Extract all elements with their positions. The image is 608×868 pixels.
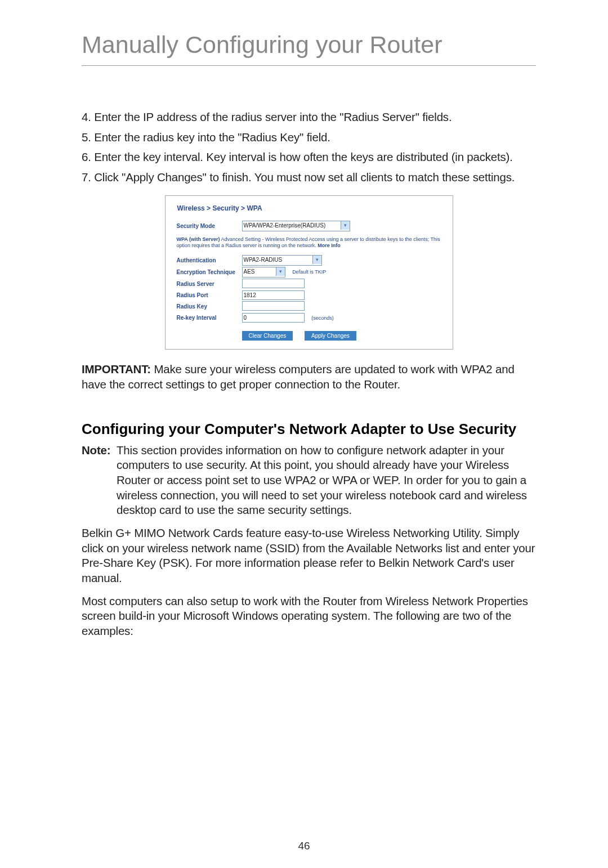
most-computers-paragraph: Most computers can also setup to work wi… bbox=[82, 594, 536, 639]
rekey-interval-label: Re-key Interval bbox=[177, 312, 242, 323]
note-body: This section provides information on how… bbox=[117, 443, 531, 518]
router-ui-panel: Wireless > Security > WPA Security Mode … bbox=[165, 195, 453, 350]
radius-port-label: Radius Port bbox=[177, 290, 242, 301]
encryption-default-note: Default is TKIP bbox=[287, 269, 326, 275]
note-block: Note:This section provides information o… bbox=[82, 443, 536, 518]
wpa-note-bold: WPA (with Server) bbox=[177, 236, 220, 242]
radius-server-label: Radius Server bbox=[177, 278, 242, 290]
authentication-label: Authentication bbox=[177, 254, 242, 266]
chevron-down-icon: ▾ bbox=[276, 267, 285, 276]
encryption-select[interactable]: AES ▾ bbox=[242, 267, 285, 278]
steps-list: 4. Enter the IP address of the radius se… bbox=[82, 110, 536, 185]
breadcrumb: Wireless > Security > WPA bbox=[177, 204, 441, 220]
rekey-interval-input[interactable]: 0 bbox=[242, 313, 305, 323]
document-page: Manually Configuring your Router 4. Ente… bbox=[0, 0, 608, 868]
belkin-paragraph: Belkin G+ MIMO Network Cards feature eas… bbox=[82, 526, 536, 586]
page-title: Manually Configuring your Router bbox=[82, 31, 536, 59]
radius-port-input[interactable]: 1812 bbox=[242, 290, 305, 300]
title-divider bbox=[82, 65, 536, 66]
step-item: 4. Enter the IP address of the radius se… bbox=[82, 110, 536, 125]
encryption-value: AES bbox=[244, 269, 255, 275]
chevron-down-icon: ▾ bbox=[341, 221, 350, 230]
radius-key-input[interactable] bbox=[242, 301, 305, 311]
wpa-server-note: WPA (with Server) Advanced Setting - Wir… bbox=[177, 232, 441, 255]
section-heading: Configuring your Computer's Network Adap… bbox=[82, 420, 536, 439]
encryption-label: Encryption Technique bbox=[177, 266, 242, 278]
important-label: IMPORTANT: bbox=[82, 363, 151, 375]
step-item: 7. Click "Apply Changes" to finish. You … bbox=[82, 170, 536, 185]
radius-key-label: Radius Key bbox=[177, 301, 242, 312]
page-number: 46 bbox=[0, 840, 608, 852]
step-item: 6. Enter the key interval. Key interval … bbox=[82, 150, 536, 165]
authentication-select[interactable]: WPA2-RADIUS ▾ bbox=[242, 255, 322, 266]
step-item: 5. Enter the radius key into the "Radius… bbox=[82, 130, 536, 145]
apply-changes-button[interactable]: Apply Changes bbox=[305, 331, 356, 341]
important-paragraph: IMPORTANT: Make sure your wireless compu… bbox=[82, 362, 536, 392]
note-label: Note: bbox=[82, 443, 117, 458]
radius-server-input[interactable] bbox=[242, 279, 305, 288]
authentication-value: WPA2-RADIUS bbox=[244, 257, 283, 263]
security-mode-select[interactable]: WPA/WPA2-Enterprise(RADIUS) ▾ bbox=[242, 221, 350, 231]
chevron-down-icon: ▾ bbox=[312, 256, 321, 264]
security-mode-label: Security Mode bbox=[177, 220, 242, 232]
security-mode-value: WPA/WPA2-Enterprise(RADIUS) bbox=[244, 222, 326, 229]
more-info-link[interactable]: More Info bbox=[318, 243, 341, 248]
rekey-unit: (seconds) bbox=[306, 315, 334, 321]
clear-changes-button[interactable]: Clear Changes bbox=[242, 331, 293, 341]
